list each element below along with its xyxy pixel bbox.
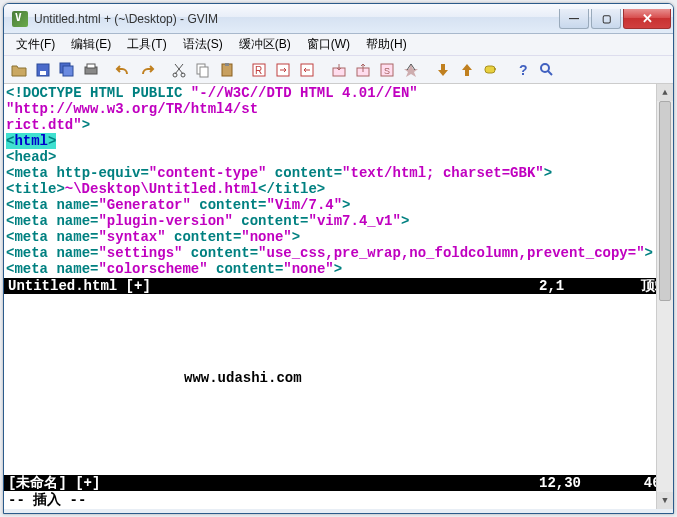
replace-icon[interactable]: R (248, 59, 270, 81)
make-icon[interactable] (400, 59, 422, 81)
session-load-icon[interactable] (328, 59, 350, 81)
svg-point-23 (541, 64, 549, 72)
svg-rect-20 (485, 66, 495, 73)
buffer-top[interactable]: <!DOCTYPE HTML PUBLIC "-//W3C//DTD HTML … (4, 84, 673, 278)
undo-icon[interactable] (112, 59, 134, 81)
minimize-button[interactable]: — (559, 9, 589, 29)
menubar: 文件(F) 编辑(E) 工具(T) 语法(S) 缓冲区(B) 窗口(W) 帮助(… (4, 34, 673, 56)
copy-icon[interactable] (192, 59, 214, 81)
command-line[interactable]: -- 插入 -- (4, 491, 673, 509)
status-line-top: Untitled.html [+] 2,1 顶端 (4, 278, 673, 294)
saveall-icon[interactable] (56, 59, 78, 81)
findnext-icon[interactable] (272, 59, 294, 81)
status-position: 12,30 (539, 475, 619, 491)
svg-rect-3 (63, 66, 73, 76)
vim-icon (12, 11, 28, 27)
scroll-up-icon[interactable]: ▲ (657, 84, 673, 101)
menu-tools[interactable]: 工具(T) (121, 34, 172, 55)
status-filename: [未命名] [+] (8, 475, 539, 491)
scroll-thumb[interactable] (659, 101, 671, 301)
svg-rect-1 (40, 71, 46, 75)
toolbar: R S ? (4, 56, 673, 84)
status-position: 2,1 (539, 278, 619, 294)
ctags-icon[interactable] (456, 59, 478, 81)
scroll-down-icon[interactable]: ▼ (657, 492, 673, 509)
redo-icon[interactable] (136, 59, 158, 81)
code-text: <!DOCTYPE HTML PUBLIC (6, 85, 191, 101)
paste-icon[interactable] (216, 59, 238, 81)
gvim-window: Untitled.html + (~\Desktop) - GVIM — ▢ ✕… (3, 3, 674, 514)
script-icon[interactable]: S (376, 59, 398, 81)
svg-text:S: S (384, 66, 390, 76)
watermark-text: www.udashi.com (184, 370, 302, 386)
code-text: > (82, 117, 90, 133)
menu-help[interactable]: 帮助(H) (360, 34, 413, 55)
menu-window[interactable]: 窗口(W) (301, 34, 356, 55)
code-text: rict.dtd" (6, 117, 82, 133)
status-filename: Untitled.html [+] (8, 278, 539, 294)
save-icon[interactable] (32, 59, 54, 81)
tags-icon[interactable] (480, 59, 502, 81)
buffer-bottom[interactable]: www.udashi.com (4, 294, 673, 475)
window-controls: — ▢ ✕ (559, 9, 671, 29)
svg-text:?: ? (519, 62, 528, 78)
menu-file[interactable]: 文件(F) (10, 34, 61, 55)
find-help-icon[interactable] (536, 59, 558, 81)
status-line-bottom: [未命名] [+] 12,30 46% (4, 475, 673, 491)
window-border (4, 509, 673, 513)
menu-edit[interactable]: 编辑(E) (65, 34, 117, 55)
shell-icon[interactable] (432, 59, 454, 81)
findprev-icon[interactable] (296, 59, 318, 81)
cursor: <html> (6, 133, 56, 149)
cut-icon[interactable] (168, 59, 190, 81)
window-title: Untitled.html + (~\Desktop) - GVIM (34, 12, 559, 26)
open-icon[interactable] (8, 59, 30, 81)
close-button[interactable]: ✕ (623, 9, 671, 29)
code-text: <head> (6, 149, 56, 165)
menu-buffer[interactable]: 缓冲区(B) (233, 34, 297, 55)
svg-rect-5 (87, 64, 95, 68)
titlebar[interactable]: Untitled.html + (~\Desktop) - GVIM — ▢ ✕ (4, 4, 673, 34)
maximize-button[interactable]: ▢ (591, 9, 621, 29)
menu-syntax[interactable]: 语法(S) (177, 34, 229, 55)
svg-rect-11 (225, 63, 229, 66)
editor-area[interactable]: ▲ ▼ <!DOCTYPE HTML PUBLIC "-//W3C//DTD H… (4, 84, 673, 509)
svg-text:R: R (255, 65, 262, 76)
print-icon[interactable] (80, 59, 102, 81)
svg-point-21 (494, 68, 496, 70)
svg-rect-9 (200, 67, 208, 77)
session-save-icon[interactable] (352, 59, 374, 81)
help-icon[interactable]: ? (512, 59, 534, 81)
